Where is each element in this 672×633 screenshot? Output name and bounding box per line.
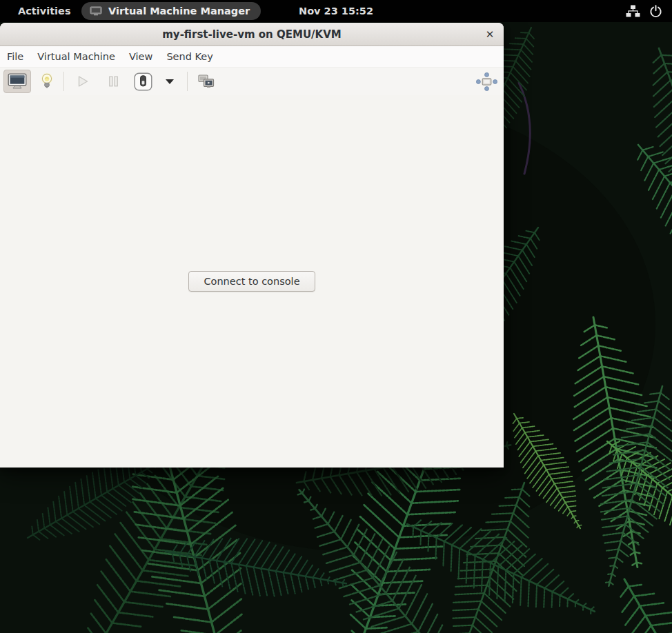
system-status-area[interactable] [626,0,662,22]
power-icon [649,5,662,18]
virt-manager-icon [90,6,102,17]
menu-view[interactable]: View [122,48,159,66]
connect-to-console-button[interactable]: Connect to console [188,271,315,292]
toolbar-separator [63,72,64,91]
focused-app-label: Virtual Machine Manager [108,6,250,17]
monitor-icon [8,73,27,90]
shutdown-menu-button[interactable] [161,70,178,93]
fullscreen-button[interactable] [193,70,219,93]
pause-icon [108,75,119,88]
lightbulb-icon [40,72,54,91]
shutdown-button[interactable] [131,70,155,93]
focused-app-button[interactable]: Virtual Machine Manager [81,2,261,20]
network-icon [626,5,640,17]
top-bar: Activities Virtual Machine Manager Nov 2… [0,0,672,22]
menu-file[interactable]: File [0,48,30,66]
menu-send-key[interactable]: Send Key [159,48,219,66]
menu-virtual-machine[interactable]: Virtual Machine [30,48,122,66]
chevron-down-icon [166,79,174,84]
vm-console-window: my-first-live-vm on QEMU/KVM ✕ File Virt… [0,23,504,468]
resize-icon [476,72,497,91]
hardware-details-button[interactable] [34,70,59,93]
fullscreen-icon [198,74,215,89]
console-view-button[interactable] [3,70,31,93]
pause-button[interactable] [100,70,126,93]
menu-bar: File Virtual Machine View Send Key [0,46,504,68]
window-title: my-first-live-vm on QEMU/KVM [162,28,342,41]
close-button[interactable]: ✕ [481,26,499,43]
window-titlebar[interactable]: my-first-live-vm on QEMU/KVM ✕ [0,23,504,46]
console-placeholder-area: Connect to console [0,95,504,468]
run-button[interactable] [70,70,96,93]
resize-to-vm-button[interactable] [473,70,500,93]
clock[interactable]: Nov 23 15:52 [299,0,373,22]
play-icon [77,75,89,88]
toolbar-separator [187,72,188,91]
shutdown-icon [134,72,152,91]
toolbar [0,68,504,95]
activities-button[interactable]: Activities [12,3,77,19]
